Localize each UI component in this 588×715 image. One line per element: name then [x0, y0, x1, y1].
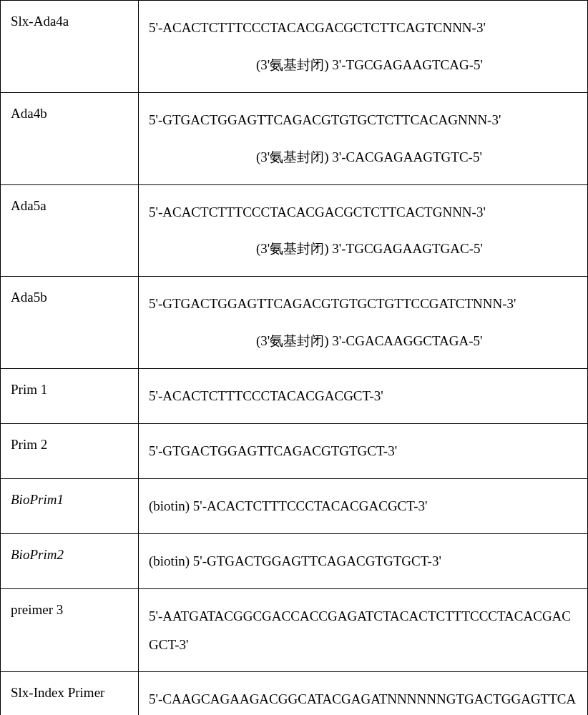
- row-label: preimer 3: [1, 588, 139, 672]
- table-row: Ada4b 5'-GTGACTGGAGTTCAGACGTGTGCTCTTCACA…: [1, 92, 588, 184]
- table-row: Slx-Index Primer 5'-CAAGCAGAAGACGGCATACG…: [1, 672, 588, 715]
- row-label: Slx-Ada4a: [1, 1, 139, 93]
- row-sequence: (biotin) 5'-ACACTCTTTCCCTACACGACGCT-3': [139, 478, 588, 533]
- row-label: BioPrim1: [1, 478, 139, 533]
- row-sequence: 5'-GTGACTGGAGTTCAGACGTGTGCT-3': [139, 424, 588, 479]
- table-row: Prim 2 5'-GTGACTGGAGTTCAGACGTGTGCT-3': [1, 424, 588, 479]
- row-sequence: 5'-ACACTCTTTCCCTACACGACGCTCTTCAGTCNNN-3'…: [139, 1, 588, 93]
- table-row: BioPrim2 (biotin) 5'-GTGACTGGAGTTCAGACGT…: [1, 533, 588, 588]
- row-label: Ada5a: [1, 184, 139, 277]
- sequence-top: 5'-GTGACTGGAGTTCAGACGTGTGCT-3': [149, 437, 577, 465]
- table-row: preimer 3 5'-AATGATACGGCGACCACCGAGATCTAC…: [1, 588, 588, 672]
- sequence-bottom: (3'氨基封闭) 3'-TGCGAGAAGTCAG-5': [149, 51, 577, 79]
- sequence-top: 5'-GTGACTGGAGTTCAGACGTGTGCTCTTCACAGNNN-3…: [149, 106, 577, 134]
- table-row: Prim 1 5'-ACACTCTTTCCCTACACGACGCT-3': [1, 369, 588, 424]
- table-row: Ada5b 5'-GTGACTGGAGTTCAGACGTGTGCTGTTCCGA…: [1, 277, 588, 369]
- sequence-top: 5'-AATGATACGGCGACCACCGAGATCTACACTCTTTCCC…: [149, 602, 577, 659]
- table-row: Ada5a 5'-ACACTCTTTCCCTACACGACGCTCTTCACTG…: [1, 184, 588, 277]
- sequence-bottom: (3'氨基封闭) 3'-CGACAAGGCTAGA-5': [149, 327, 577, 355]
- row-label: Ada4b: [1, 92, 139, 184]
- sequence-table: Slx-Ada4a 5'-ACACTCTTTCCCTACACGACGCTCTTC…: [0, 0, 588, 715]
- row-label: Ada5b: [1, 277, 139, 369]
- row-label: Prim 1: [1, 369, 139, 424]
- row-sequence: 5'-ACACTCTTTCCCTACACGACGCTCTTCACTGNNN-3'…: [139, 184, 588, 277]
- row-label: BioPrim2: [1, 533, 139, 588]
- row-sequence: 5'-ACACTCTTTCCCTACACGACGCT-3': [139, 369, 588, 424]
- row-sequence: 5'-CAAGCAGAAGACGGCATACGAGATNNNNNNGTGACTG…: [139, 672, 588, 715]
- sequence-top: (biotin) 5'-ACACTCTTTCCCTACACGACGCT-3': [149, 492, 577, 521]
- sequence-top: 5'-GTGACTGGAGTTCAGACGTGTGCTGTTCCGATCTNNN…: [149, 290, 577, 318]
- row-sequence: 5'-GTGACTGGAGTTCAGACGTGTGCTCTTCACAGNNN-3…: [139, 92, 588, 184]
- row-label: Slx-Index Primer: [1, 672, 139, 715]
- table-row: BioPrim1 (biotin) 5'-ACACTCTTTCCCTACACGA…: [1, 478, 588, 533]
- row-sequence: (biotin) 5'-GTGACTGGAGTTCAGACGTGTGCT-3': [139, 533, 588, 588]
- sequence-top: 5'-ACACTCTTTCCCTACACGACGCTCTTCACTGNNN-3': [149, 198, 577, 227]
- sequence-top: (biotin) 5'-GTGACTGGAGTTCAGACGTGTGCT-3': [149, 547, 577, 576]
- row-label: Prim 2: [1, 424, 139, 479]
- sequence-top: 5'-ACACTCTTTCCCTACACGACGCT-3': [149, 382, 577, 410]
- sequence-top: 5'-CAAGCAGAAGACGGCATACGAGATNNNNNNGTGACTG…: [149, 685, 577, 715]
- table-row: Slx-Ada4a 5'-ACACTCTTTCCCTACACGACGCTCTTC…: [1, 1, 588, 93]
- row-sequence: 5'-AATGATACGGCGACCACCGAGATCTACACTCTTTCCC…: [139, 588, 588, 672]
- sequence-top: 5'-ACACTCTTTCCCTACACGACGCTCTTCAGTCNNN-3': [149, 14, 577, 42]
- sequence-bottom: (3'氨基封闭) 3'-TGCGAGAAGTGAC-5': [149, 235, 577, 263]
- row-sequence: 5'-GTGACTGGAGTTCAGACGTGTGCTGTTCCGATCTNNN…: [139, 277, 588, 369]
- sequence-bottom: (3'氨基封闭) 3'-CACGAGAAGTGTC-5': [149, 143, 577, 172]
